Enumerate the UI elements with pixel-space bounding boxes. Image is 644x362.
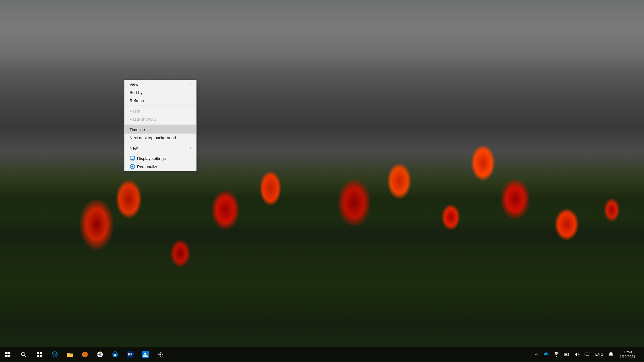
desktop (0, 0, 644, 362)
taskbar-app-explorer[interactable] (62, 347, 77, 362)
display-settings-icon (130, 156, 135, 161)
chrome-icon (97, 351, 103, 358)
menu-item-display-settings[interactable]: Display settings (125, 154, 196, 162)
windows-logo-icon (5, 352, 10, 357)
battery-icon (564, 353, 569, 356)
onedrive-icon (543, 352, 549, 357)
svg-line-6 (25, 355, 26, 357)
folder-icon (66, 351, 73, 358)
svg-point-4 (131, 166, 133, 167)
chevron-up-icon (535, 353, 538, 356)
menu-item-paste[interactable]: Paste (125, 107, 196, 115)
language-label: ENG (595, 352, 603, 357)
svg-rect-0 (130, 156, 135, 159)
taskbar-app-settings[interactable] (153, 347, 168, 362)
taskbar-apps: PS (47, 347, 168, 362)
menu-separator-1 (125, 106, 196, 106)
taskbar-app-opera[interactable] (77, 347, 92, 362)
submenu-arrow-new: › (190, 146, 191, 150)
language-tray-item[interactable]: ENG (593, 347, 606, 362)
clock-time: 11:50 (623, 350, 632, 354)
opera-icon (81, 351, 88, 358)
search-button[interactable] (16, 347, 31, 362)
system-tray-overflow[interactable] (532, 347, 541, 362)
task-view-button[interactable] (31, 347, 47, 362)
onedrive-tray-icon[interactable] (541, 347, 551, 362)
store-icon (112, 351, 119, 358)
personalize-icon (130, 164, 135, 169)
notification-tray-icon[interactable] (606, 347, 616, 362)
svg-rect-28 (588, 354, 588, 354)
menu-item-paste-shortcut[interactable]: Paste shortcut (125, 115, 196, 123)
network-tray-icon[interactable] (551, 347, 561, 362)
svg-rect-27 (587, 354, 587, 354)
menu-item-sort-by[interactable]: Sort by › (125, 88, 196, 96)
svg-rect-7 (37, 352, 39, 354)
notification-icon (608, 352, 613, 357)
submenu-arrow-sort: › (190, 91, 191, 94)
menu-separator-3 (125, 143, 196, 143)
search-icon (21, 352, 26, 357)
keyboard-icon (585, 352, 590, 357)
svg-point-5 (21, 352, 25, 356)
flowers-overlay (0, 0, 644, 362)
taskbar-app-store[interactable] (108, 347, 123, 362)
settings-icon (157, 351, 164, 358)
speaker-icon (575, 352, 580, 357)
svg-rect-29 (589, 354, 589, 354)
svg-rect-2 (131, 160, 134, 161)
clock-date: 1/10/2021 (620, 354, 635, 359)
keyboard-tray-icon[interactable] (582, 347, 593, 362)
taskbar-app-chrome[interactable] (92, 347, 108, 362)
menu-item-next-desktop-bg[interactable]: Next desktop background (125, 134, 196, 142)
svg-rect-10 (40, 355, 42, 357)
menu-separator-4 (125, 153, 196, 153)
menu-item-refresh[interactable]: Refresh (125, 96, 196, 105)
taskbar-app-photos[interactable] (138, 347, 153, 362)
menu-item-new[interactable]: New › (125, 144, 196, 152)
svg-point-15 (99, 354, 101, 355)
svg-rect-8 (40, 352, 42, 354)
svg-rect-16 (114, 354, 116, 356)
taskbar-app-powershell[interactable]: PS (123, 347, 138, 362)
photos-icon (142, 351, 149, 358)
taskbar-clock[interactable]: 11:50 1/10/2021 (616, 347, 639, 362)
svg-point-20 (144, 353, 146, 354)
taskbar-app-edge[interactable] (47, 347, 62, 362)
speaker-tray-icon[interactable] (572, 347, 582, 362)
svg-point-21 (159, 354, 161, 355)
taskbar: PS (0, 347, 644, 362)
edge-icon (51, 351, 58, 358)
start-button[interactable] (0, 347, 16, 362)
network-icon (554, 352, 559, 357)
menu-item-view[interactable]: View › (125, 80, 196, 88)
context-menu: View › Sort by › Refresh Paste Paste sho… (124, 80, 197, 171)
svg-rect-24 (569, 354, 569, 355)
menu-separator-2 (125, 124, 196, 124)
svg-rect-26 (586, 354, 586, 354)
submenu-arrow-view: › (190, 83, 191, 86)
svg-rect-30 (586, 355, 589, 356)
system-tray: ENG 11:50 1/10/2021 (532, 347, 644, 362)
svg-rect-23 (565, 354, 567, 355)
svg-rect-9 (37, 355, 39, 357)
task-view-icon (36, 352, 42, 357)
menu-item-timeline[interactable]: Timeline (125, 125, 196, 134)
show-desktop-button[interactable] (639, 347, 641, 362)
battery-tray-icon[interactable] (561, 347, 572, 362)
svg-point-12 (83, 352, 86, 357)
menu-item-personalize[interactable]: Personalize (125, 162, 196, 171)
powershell-icon: PS (127, 351, 134, 358)
svg-text:PS: PS (128, 352, 133, 357)
svg-rect-1 (131, 159, 133, 160)
